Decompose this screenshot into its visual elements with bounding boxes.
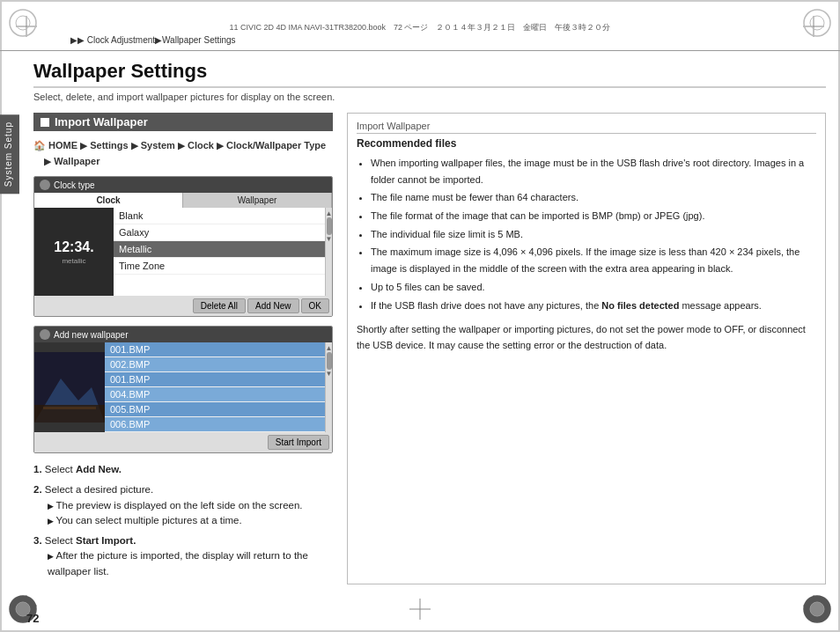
top-bar: 11 CIVIC 2D 4D IMA NAVI-31TR38200.book 7…	[0, 0, 840, 51]
wallpaper-file-2[interactable]: 002.BMP	[105, 357, 325, 372]
wallpaper-thumbnail	[34, 342, 105, 432]
wallpaper-file-5[interactable]: 005.BMP	[105, 402, 325, 417]
step-3-bullet-1: After the picture is imported, the displ…	[48, 548, 333, 579]
add-wallpaper-title-bar: Add new wallpaper	[34, 327, 332, 342]
side-tab: System Setup	[0, 114, 19, 194]
right-column: Import Wallpaper Recommended files When …	[347, 113, 826, 584]
wallpaper-file-3[interactable]: 001.BMP	[105, 372, 325, 387]
path-line: 🏠 HOME ▶ Settings ▶ System ▶ Clock ▶ Clo…	[33, 138, 333, 169]
wallpaper-file-4[interactable]: 004.BMP	[105, 387, 325, 402]
rec-file-item-3: The file format of the image that can be…	[371, 208, 816, 224]
page-title: Wallpaper Settings	[33, 60, 826, 88]
step-1-bold: Add New.	[76, 464, 122, 474]
step-2-bullet-1: The preview is displayed on the left sid…	[48, 498, 333, 513]
clock-type-title-bar: Clock type	[34, 177, 332, 193]
file-line: 11 CIVIC 2D 4D IMA NAVI-31TR38200.book 7…	[0, 22, 840, 35]
clock-type-label: Clock type	[54, 180, 95, 190]
clock-small-text: metallic	[62, 257, 85, 265]
add-wallpaper-screenshot: Add new wallpaper 001.BMP 002.BMP	[33, 326, 333, 453]
wallpaper-file-list: 001.BMP 002.BMP 001.BMP 004.BMP 005.BMP …	[105, 342, 325, 432]
breadcrumb-prefix: ▶▶	[70, 35, 85, 45]
step-3: 3. Select Start Import. After the pictur…	[33, 533, 333, 579]
rec-file-item-1: When importing wallpaper files, the imag…	[371, 155, 816, 187]
rec-file-item-4: The individual file size limit is 5 MB.	[371, 226, 816, 243]
step-2-number: 2.	[33, 484, 42, 495]
right-col-header: Import Wallpaper	[357, 121, 816, 134]
step-2-bullet-2: You can select multiple pictures at a ti…	[48, 513, 333, 528]
clock-list-item-metallic[interactable]: Metallic	[114, 241, 325, 258]
wallpaper-scroll-up-icon[interactable]: ▲	[326, 344, 333, 352]
step-1: 1. Select Add New.	[33, 462, 333, 477]
svg-rect-21	[43, 407, 96, 409]
step-2-text: Select a desired picture.	[45, 484, 153, 495]
step-2: 2. Select a desired picture. The preview…	[33, 482, 333, 528]
path-icon: 🏠	[33, 140, 46, 151]
path-text: HOME ▶ Settings ▶ System ▶ Clock ▶ Clock…	[33, 140, 326, 166]
two-column-layout: Import Wallpaper 🏠 HOME ▶ Settings ▶ Sys…	[33, 113, 826, 584]
wallpaper-ui-body: 001.BMP 002.BMP 001.BMP 004.BMP 005.BMP …	[34, 342, 332, 432]
clock-list-item-galaxy[interactable]: Galaxy	[114, 224, 325, 241]
note-text: Shortly after setting the wallpaper or i…	[357, 322, 816, 353]
main-content: Wallpaper Settings Select, delete, and i…	[19, 51, 840, 606]
right-section-title: Recommended files	[357, 137, 816, 150]
no-files-detected-bold: No files detected	[601, 300, 679, 311]
scroll-up-icon[interactable]: ▲	[326, 209, 333, 217]
wallpaper-file-1[interactable]: 001.BMP	[105, 342, 325, 357]
section-header: Import Wallpaper	[33, 113, 333, 131]
clock-time-display: 12:34.	[54, 239, 93, 255]
rec-file-item-2: The file name must be fewer than 64 char…	[371, 189, 816, 206]
section-title: Import Wallpaper	[55, 115, 148, 129]
clock-scrollbar[interactable]: ▲ ▼	[325, 208, 332, 296]
breadcrumb: ▶▶ Clock Adjustment▶Wallpaper Settings	[0, 35, 840, 47]
page-subtitle: Select, delete, and import wallpaper pic…	[33, 92, 826, 102]
step-3-bold: Start Import.	[76, 535, 136, 546]
clock-tab-clock[interactable]: Clock	[34, 193, 183, 208]
clock-preview: 12:34. metallic	[34, 208, 114, 296]
clock-tabs: Clock Wallpaper	[34, 193, 332, 208]
wallpaper-footer: Start Import	[34, 432, 332, 452]
add-wallpaper-label: Add new wallpaper	[54, 330, 129, 340]
clock-list-footer: Delete All Add New OK	[34, 296, 332, 316]
clock-list-item-timezone[interactable]: Time Zone	[114, 258, 325, 275]
step-2-bullets: The preview is displayed on the left sid…	[48, 498, 333, 529]
border-left	[0, 0, 3, 632]
delete-all-button[interactable]: Delete All	[193, 298, 246, 313]
rec-file-item-7: If the USB flash drive does not have any…	[371, 298, 816, 314]
clock-type-screenshot: Clock type Clock Wallpaper 12:34. metall…	[33, 176, 333, 317]
wallpaper-file-6[interactable]: 006.BMP	[105, 417, 325, 432]
scrollbar-thumb	[327, 217, 332, 235]
clock-list-area: Blank Galaxy Metallic Time Zone	[114, 208, 325, 296]
start-import-button[interactable]: Start Import	[268, 435, 329, 450]
wallpaper-scrollbar-thumb	[327, 352, 332, 370]
step-3-number: 3.	[33, 535, 42, 546]
scroll-down-icon[interactable]: ▼	[326, 235, 333, 243]
breadcrumb-text: Clock Adjustment▶Wallpaper Settings	[87, 35, 236, 45]
add-new-button[interactable]: Add New	[247, 298, 299, 313]
clock-tab-wallpaper[interactable]: Wallpaper	[183, 193, 332, 208]
ui-settings-icon	[40, 180, 50, 190]
section-icon	[41, 118, 49, 127]
wallpaper-scroll-down-icon[interactable]: ▼	[326, 370, 333, 378]
step-1-text: Select	[45, 464, 76, 474]
clock-ui-body: 12:34. metallic Blank Galaxy Metallic Ti…	[34, 208, 332, 296]
rec-file-item-6: Up to 5 files can be saved.	[371, 279, 816, 296]
recommended-files-list: When importing wallpaper files, the imag…	[357, 155, 816, 313]
step-3-bullets: After the picture is imported, the displ…	[48, 548, 333, 579]
left-column: Import Wallpaper 🏠 HOME ▶ Settings ▶ Sys…	[33, 113, 333, 584]
ok-button[interactable]: OK	[301, 298, 329, 313]
step-3-text: Select	[45, 535, 76, 546]
ui-settings-icon2	[40, 329, 50, 340]
step-1-number: 1.	[33, 464, 42, 474]
rec-file-item-5: The maximum image size is 4,096 × 4,096 …	[371, 244, 816, 276]
page-number: 72	[26, 612, 39, 625]
wallpaper-scrollbar[interactable]: ▲ ▼	[325, 342, 332, 432]
clock-list-item-blank[interactable]: Blank	[114, 208, 325, 224]
